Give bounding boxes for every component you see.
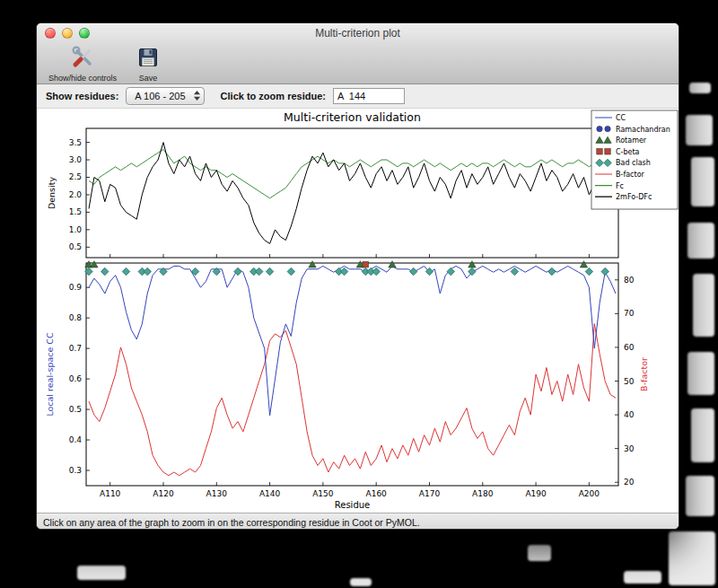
svg-text:0.6: 0.6	[69, 374, 83, 383]
svg-text:A190: A190	[525, 489, 547, 498]
screen-artifact	[77, 566, 126, 580]
zoom-button[interactable]	[79, 28, 90, 39]
svg-text:2.0: 2.0	[69, 190, 83, 199]
save-floppy-icon	[136, 46, 160, 73]
screen-artifact	[686, 476, 714, 516]
screen-artifact	[669, 531, 715, 585]
svg-text:40: 40	[624, 410, 635, 419]
svg-text:0.3: 0.3	[69, 466, 82, 475]
window-title: Multi-criterion plot	[315, 27, 400, 39]
svg-text:C-beta: C-beta	[616, 148, 640, 156]
svg-text:50: 50	[624, 377, 635, 386]
toolbar: Show/hide controls Save	[37, 43, 679, 84]
screen-artifact	[693, 274, 714, 337]
svg-text:A160: A160	[366, 489, 388, 498]
screen-artifact	[691, 157, 714, 206]
svg-text:Local real-space CC: Local real-space CC	[45, 332, 55, 417]
svg-text:A180: A180	[472, 489, 494, 498]
svg-text:1.5: 1.5	[69, 207, 82, 216]
svg-text:Ramachandran: Ramachandran	[616, 126, 670, 134]
svg-text:2mFo-DFc: 2mFo-DFc	[616, 193, 652, 201]
show-hide-controls-button[interactable]: Show/hide controls	[46, 45, 119, 83]
status-bar: Click on any area of the graph to zoom i…	[37, 513, 679, 530]
screen-artifact	[687, 223, 714, 259]
controls-row: Show residues: A 106 - 205 Click to zoom…	[37, 84, 679, 109]
minimize-button[interactable]	[62, 28, 73, 39]
svg-text:0.4: 0.4	[69, 435, 83, 444]
close-button[interactable]	[45, 28, 56, 39]
svg-text:0.8: 0.8	[69, 313, 83, 322]
svg-text:A150: A150	[312, 489, 334, 498]
svg-text:A110: A110	[100, 489, 121, 498]
svg-text:A170: A170	[419, 489, 441, 498]
svg-text:2.5: 2.5	[69, 172, 82, 181]
svg-text:Residue: Residue	[335, 500, 370, 510]
svg-text:80: 80	[624, 276, 635, 285]
svg-text:Rotamer: Rotamer	[616, 136, 647, 145]
svg-text:Density: Density	[47, 177, 57, 209]
app-window: Multi-criterion plot Show/hide controls	[36, 22, 679, 530]
traffic-lights	[45, 28, 90, 39]
show-residues-label: Show residues:	[46, 91, 118, 101]
screen-artifact	[691, 408, 714, 462]
combo-stepper-icon	[193, 90, 201, 103]
svg-text:A130: A130	[206, 489, 228, 498]
svg-text:A200: A200	[579, 489, 600, 498]
zoom-residue-label: Click to zoom residue:	[221, 91, 326, 101]
status-text: Click on any area of the graph to zoom i…	[43, 517, 420, 528]
svg-text:30: 30	[624, 444, 635, 453]
svg-text:70: 70	[624, 309, 635, 318]
save-label: Save	[139, 74, 158, 83]
svg-text:B-factor: B-factor	[616, 171, 645, 179]
screen-artifact	[686, 115, 713, 145]
svg-text:3.5: 3.5	[69, 138, 82, 147]
tools-icon	[71, 46, 94, 73]
svg-text:60: 60	[624, 343, 635, 352]
svg-text:0.7: 0.7	[69, 344, 82, 353]
show-hide-controls-label: Show/hide controls	[48, 74, 117, 83]
svg-text:3.0: 3.0	[69, 155, 83, 164]
residue-range-select[interactable]: A 106 - 205	[126, 87, 204, 105]
screen-artifact	[350, 578, 372, 586]
save-button[interactable]: Save	[134, 45, 162, 83]
svg-text:Multi-criterion validation: Multi-criterion validation	[284, 110, 421, 124]
svg-text:Bad clash: Bad clash	[616, 159, 651, 167]
svg-text:A120: A120	[153, 489, 174, 498]
svg-text:20: 20	[624, 478, 635, 487]
zoom-residue-input[interactable]	[333, 88, 405, 104]
screen-artifact	[528, 545, 551, 561]
residue-range-value: A 106 - 205	[135, 91, 185, 101]
screen-artifact	[689, 83, 711, 93]
screen-artifact	[687, 352, 714, 395]
svg-text:1.0: 1.0	[69, 225, 83, 234]
svg-text:0.5: 0.5	[69, 405, 82, 414]
svg-text:0.9: 0.9	[69, 283, 83, 292]
svg-text:Fc: Fc	[616, 182, 624, 190]
multi-criterion-plot[interactable]: Multi-criterion validationA110A120A130A1…	[37, 109, 679, 513]
plot-figure: Multi-criterion validationA110A120A130A1…	[37, 109, 679, 513]
svg-text:CC: CC	[616, 114, 626, 122]
svg-text:A140: A140	[259, 489, 281, 498]
svg-text:B-factor: B-factor	[639, 357, 649, 391]
svg-text:0.5: 0.5	[69, 242, 82, 251]
title-bar[interactable]: Multi-criterion plot	[37, 23, 679, 43]
screen-artifact	[624, 571, 661, 584]
